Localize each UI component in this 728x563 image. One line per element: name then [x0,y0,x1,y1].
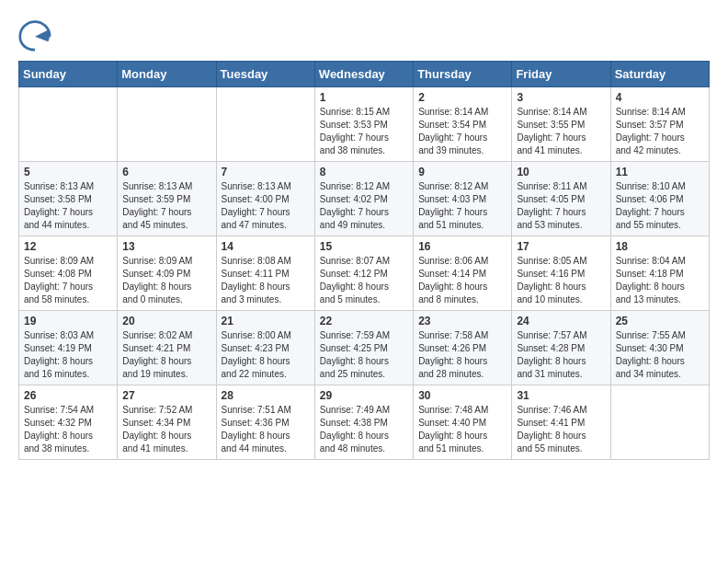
calendar-cell: 28Sunrise: 7:51 AM Sunset: 4:36 PM Dayli… [216,385,314,460]
weekday-header: Tuesday [216,62,314,87]
calendar-cell: 23Sunrise: 7:58 AM Sunset: 4:26 PM Dayli… [414,311,512,385]
day-info: Sunrise: 7:52 AM Sunset: 4:34 PM Dayligh… [122,404,210,455]
day-info: Sunrise: 8:14 AM Sunset: 3:55 PM Dayligh… [517,106,605,157]
calendar-cell: 26Sunrise: 7:54 AM Sunset: 4:32 PM Dayli… [19,385,118,460]
weekday-header: Sunday [19,62,118,87]
day-number: 13 [122,240,210,253]
weekday-header: Thursday [414,62,512,87]
day-number: 23 [418,315,506,327]
calendar-cell: 14Sunrise: 8:08 AM Sunset: 4:11 PM Dayli… [216,236,314,311]
day-info: Sunrise: 8:08 AM Sunset: 4:11 PM Dayligh… [222,255,310,306]
calendar-cell: 22Sunrise: 7:59 AM Sunset: 4:25 PM Dayli… [314,311,413,385]
calendar-cell [216,87,314,162]
day-number: 3 [517,91,605,104]
calendar-cell: 19Sunrise: 8:03 AM Sunset: 4:19 PM Dayli… [19,311,118,385]
day-number: 25 [616,315,704,327]
weekday-header: Friday [512,62,610,87]
calendar-cell: 24Sunrise: 7:57 AM Sunset: 4:28 PM Dayli… [512,311,610,385]
day-info: Sunrise: 8:12 AM Sunset: 4:03 PM Dayligh… [418,180,506,232]
calendar-cell: 4Sunrise: 8:14 AM Sunset: 3:57 PM Daylig… [610,87,709,162]
calendar-cell: 1Sunrise: 8:15 AM Sunset: 3:53 PM Daylig… [314,87,413,162]
day-info: Sunrise: 8:14 AM Sunset: 3:54 PM Dayligh… [418,106,506,157]
day-info: Sunrise: 8:02 AM Sunset: 4:21 PM Dayligh… [122,329,210,381]
day-info: Sunrise: 8:15 AM Sunset: 3:53 PM Dayligh… [320,106,408,157]
day-number: 5 [24,166,112,178]
day-info: Sunrise: 7:59 AM Sunset: 4:25 PM Dayligh… [320,329,408,381]
calendar-cell: 13Sunrise: 8:09 AM Sunset: 4:09 PM Dayli… [118,236,216,311]
day-info: Sunrise: 8:00 AM Sunset: 4:23 PM Dayligh… [222,329,310,381]
day-info: Sunrise: 8:13 AM Sunset: 4:00 PM Dayligh… [222,180,310,232]
day-number: 7 [222,166,310,178]
day-number: 14 [222,240,310,253]
day-number: 1 [320,91,408,104]
day-number: 8 [320,166,408,178]
day-info: Sunrise: 7:58 AM Sunset: 4:26 PM Dayligh… [418,329,506,381]
day-number: 21 [222,315,310,327]
calendar-cell: 10Sunrise: 8:11 AM Sunset: 4:05 PM Dayli… [512,162,610,236]
calendar-cell: 17Sunrise: 8:05 AM Sunset: 4:16 PM Dayli… [512,236,610,311]
day-info: Sunrise: 8:13 AM Sunset: 3:59 PM Dayligh… [122,180,210,232]
day-number: 12 [24,240,112,253]
calendar-cell: 2Sunrise: 8:14 AM Sunset: 3:54 PM Daylig… [414,87,512,162]
calendar-cell: 30Sunrise: 7:48 AM Sunset: 4:40 PM Dayli… [414,385,512,460]
day-number: 10 [517,166,605,178]
day-number: 16 [418,240,506,253]
day-info: Sunrise: 8:14 AM Sunset: 3:57 PM Dayligh… [616,106,704,157]
calendar-cell: 31Sunrise: 7:46 AM Sunset: 4:41 PM Dayli… [512,385,610,460]
page-header [18,18,710,52]
calendar-week-row: 1Sunrise: 8:15 AM Sunset: 3:53 PM Daylig… [19,87,710,162]
day-info: Sunrise: 7:57 AM Sunset: 4:28 PM Dayligh… [517,329,605,381]
calendar-cell: 21Sunrise: 8:00 AM Sunset: 4:23 PM Dayli… [216,311,314,385]
day-number: 6 [122,166,210,178]
day-info: Sunrise: 7:49 AM Sunset: 4:38 PM Dayligh… [320,404,408,455]
calendar-week-row: 19Sunrise: 8:03 AM Sunset: 4:19 PM Dayli… [19,311,710,385]
calendar-cell: 12Sunrise: 8:09 AM Sunset: 4:08 PM Dayli… [19,236,118,311]
calendar-cell: 18Sunrise: 8:04 AM Sunset: 4:18 PM Dayli… [610,236,709,311]
logo [18,18,55,52]
calendar-cell: 25Sunrise: 7:55 AM Sunset: 4:30 PM Dayli… [610,311,709,385]
logo-icon [18,18,51,52]
calendar-cell: 11Sunrise: 8:10 AM Sunset: 4:06 PM Dayli… [610,162,709,236]
calendar-cell: 6Sunrise: 8:13 AM Sunset: 3:59 PM Daylig… [118,162,216,236]
day-info: Sunrise: 8:10 AM Sunset: 4:06 PM Dayligh… [616,180,704,232]
day-info: Sunrise: 8:09 AM Sunset: 4:08 PM Dayligh… [24,255,112,306]
day-number: 4 [616,91,704,104]
day-number: 17 [517,240,605,253]
day-number: 20 [122,315,210,327]
day-info: Sunrise: 8:13 AM Sunset: 3:58 PM Dayligh… [24,180,112,232]
day-number: 18 [616,240,704,253]
calendar-cell [610,385,709,460]
calendar-cell [19,87,118,162]
day-number: 29 [320,389,408,402]
calendar-cell: 27Sunrise: 7:52 AM Sunset: 4:34 PM Dayli… [118,385,216,460]
weekday-header: Saturday [610,62,709,87]
calendar-cell: 15Sunrise: 8:07 AM Sunset: 4:12 PM Dayli… [314,236,413,311]
day-info: Sunrise: 8:05 AM Sunset: 4:16 PM Dayligh… [517,255,605,306]
weekday-header: Wednesday [314,62,413,87]
calendar-cell: 29Sunrise: 7:49 AM Sunset: 4:38 PM Dayli… [314,385,413,460]
day-info: Sunrise: 8:04 AM Sunset: 4:18 PM Dayligh… [616,255,704,306]
day-info: Sunrise: 8:11 AM Sunset: 4:05 PM Dayligh… [517,180,605,232]
day-info: Sunrise: 8:03 AM Sunset: 4:19 PM Dayligh… [24,329,112,381]
calendar-cell: 20Sunrise: 8:02 AM Sunset: 4:21 PM Dayli… [118,311,216,385]
calendar-week-row: 5Sunrise: 8:13 AM Sunset: 3:58 PM Daylig… [19,162,710,236]
day-number: 2 [418,91,506,104]
day-info: Sunrise: 8:07 AM Sunset: 4:12 PM Dayligh… [320,255,408,306]
day-number: 24 [517,315,605,327]
day-info: Sunrise: 7:48 AM Sunset: 4:40 PM Dayligh… [418,404,506,455]
calendar-cell: 3Sunrise: 8:14 AM Sunset: 3:55 PM Daylig… [512,87,610,162]
calendar-week-row: 12Sunrise: 8:09 AM Sunset: 4:08 PM Dayli… [19,236,710,311]
calendar-week-row: 26Sunrise: 7:54 AM Sunset: 4:32 PM Dayli… [19,385,710,460]
calendar-cell: 7Sunrise: 8:13 AM Sunset: 4:00 PM Daylig… [216,162,314,236]
day-number: 11 [616,166,704,178]
day-number: 31 [517,389,605,402]
day-info: Sunrise: 8:12 AM Sunset: 4:02 PM Dayligh… [320,180,408,232]
day-number: 28 [222,389,310,402]
calendar-cell: 5Sunrise: 8:13 AM Sunset: 3:58 PM Daylig… [19,162,118,236]
calendar-cell: 8Sunrise: 8:12 AM Sunset: 4:02 PM Daylig… [314,162,413,236]
weekday-header: Monday [118,62,216,87]
day-number: 27 [122,389,210,402]
day-number: 9 [418,166,506,178]
day-info: Sunrise: 7:46 AM Sunset: 4:41 PM Dayligh… [517,404,605,455]
day-number: 15 [320,240,408,253]
